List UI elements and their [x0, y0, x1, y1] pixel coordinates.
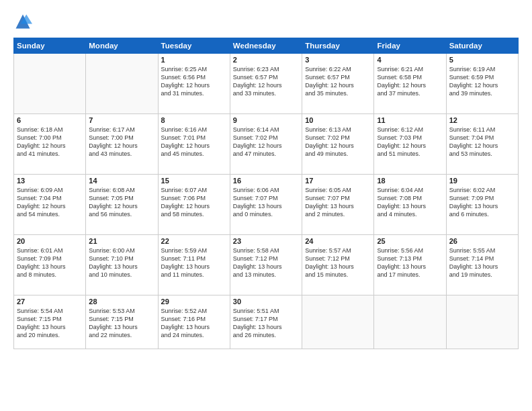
day-number: 4	[377, 56, 443, 64]
day-number: 17	[305, 177, 371, 185]
calendar-cell: 12Sunrise: 6:11 AM Sunset: 7:04 PM Dayli…	[446, 114, 518, 175]
day-number: 30	[233, 298, 299, 306]
calendar-cell	[14, 54, 86, 114]
day-number: 8	[161, 116, 227, 124]
day-number: 16	[233, 177, 299, 185]
day-number: 10	[305, 116, 371, 124]
calendar-cell	[86, 54, 158, 114]
calendar-cell: 22Sunrise: 5:59 AM Sunset: 7:11 PM Dayli…	[158, 235, 230, 295]
calendar-cell: 18Sunrise: 6:04 AM Sunset: 7:08 PM Dayli…	[374, 175, 446, 235]
calendar-cell: 23Sunrise: 5:58 AM Sunset: 7:12 PM Dayli…	[230, 235, 302, 295]
day-info: Sunrise: 6:17 AM Sunset: 7:00 PM Dayligh…	[89, 126, 154, 158]
day-info: Sunrise: 6:01 AM Sunset: 7:09 PM Dayligh…	[17, 246, 83, 279]
day-info: Sunrise: 6:19 AM Sunset: 6:59 PM Dayligh…	[449, 65, 515, 98]
day-info: Sunrise: 6:02 AM Sunset: 7:09 PM Dayligh…	[449, 186, 515, 219]
logo-icon	[13, 12, 32, 31]
calendar-cell: 28Sunrise: 5:53 AM Sunset: 7:15 PM Dayli…	[86, 295, 158, 349]
calendar-week-row: 13Sunrise: 6:09 AM Sunset: 7:04 PM Dayli…	[14, 175, 519, 235]
day-info: Sunrise: 6:08 AM Sunset: 7:05 PM Dayligh…	[89, 186, 154, 219]
day-info: Sunrise: 6:18 AM Sunset: 7:00 PM Dayligh…	[17, 126, 83, 158]
calendar-cell: 7Sunrise: 6:17 AM Sunset: 7:00 PM Daylig…	[86, 114, 158, 175]
day-info: Sunrise: 6:16 AM Sunset: 7:01 PM Dayligh…	[161, 126, 227, 158]
day-number: 9	[233, 116, 299, 124]
day-number: 19	[449, 177, 515, 185]
day-info: Sunrise: 5:57 AM Sunset: 7:12 PM Dayligh…	[305, 246, 371, 279]
calendar-cell: 13Sunrise: 6:09 AM Sunset: 7:04 PM Dayli…	[14, 175, 86, 235]
weekday-header-row: SundayMondayTuesdayWednesdayThursdayFrid…	[14, 38, 519, 54]
day-number: 22	[161, 237, 227, 245]
weekday-header: Wednesday	[230, 38, 302, 54]
weekday-header: Thursday	[302, 38, 374, 54]
day-number: 7	[89, 116, 154, 124]
day-number: 26	[449, 237, 515, 245]
day-number: 15	[161, 177, 227, 185]
day-number: 2	[233, 56, 299, 64]
weekday-header: Friday	[374, 38, 446, 54]
day-number: 14	[89, 177, 154, 185]
day-info: Sunrise: 6:06 AM Sunset: 7:07 PM Dayligh…	[233, 186, 299, 219]
day-number: 12	[449, 116, 515, 124]
day-info: Sunrise: 6:07 AM Sunset: 7:06 PM Dayligh…	[161, 186, 227, 219]
weekday-header: Saturday	[446, 38, 518, 54]
calendar-cell: 15Sunrise: 6:07 AM Sunset: 7:06 PM Dayli…	[158, 175, 230, 235]
day-info: Sunrise: 6:00 AM Sunset: 7:10 PM Dayligh…	[89, 246, 154, 279]
weekday-header: Tuesday	[158, 38, 230, 54]
calendar-cell: 20Sunrise: 6:01 AM Sunset: 7:09 PM Dayli…	[14, 235, 86, 295]
day-info: Sunrise: 5:51 AM Sunset: 7:17 PM Dayligh…	[233, 307, 299, 340]
calendar-cell: 10Sunrise: 6:13 AM Sunset: 7:02 PM Dayli…	[302, 114, 374, 175]
day-number: 11	[377, 116, 443, 124]
calendar-cell	[446, 295, 518, 349]
day-number: 27	[17, 298, 83, 306]
day-info: Sunrise: 5:58 AM Sunset: 7:12 PM Dayligh…	[233, 246, 299, 279]
day-number: 23	[233, 237, 299, 245]
day-number: 13	[17, 177, 83, 185]
calendar-cell: 29Sunrise: 5:52 AM Sunset: 7:16 PM Dayli…	[158, 295, 230, 349]
calendar-week-row: 6Sunrise: 6:18 AM Sunset: 7:00 PM Daylig…	[14, 114, 519, 175]
day-info: Sunrise: 6:04 AM Sunset: 7:08 PM Dayligh…	[377, 186, 443, 219]
day-number: 29	[161, 298, 227, 306]
calendar-cell: 2Sunrise: 6:23 AM Sunset: 6:57 PM Daylig…	[230, 54, 302, 114]
calendar-table: SundayMondayTuesdayWednesdayThursdayFrid…	[13, 38, 519, 349]
day-info: Sunrise: 5:55 AM Sunset: 7:14 PM Dayligh…	[449, 246, 515, 279]
day-number: 3	[305, 56, 371, 64]
calendar-cell: 11Sunrise: 6:12 AM Sunset: 7:03 PM Dayli…	[374, 114, 446, 175]
calendar-cell: 27Sunrise: 5:54 AM Sunset: 7:15 PM Dayli…	[14, 295, 86, 349]
day-info: Sunrise: 5:56 AM Sunset: 7:13 PM Dayligh…	[377, 246, 443, 279]
calendar-cell: 30Sunrise: 5:51 AM Sunset: 7:17 PM Dayli…	[230, 295, 302, 349]
calendar-cell: 4Sunrise: 6:21 AM Sunset: 6:58 PM Daylig…	[374, 54, 446, 114]
day-info: Sunrise: 5:54 AM Sunset: 7:15 PM Dayligh…	[17, 307, 83, 340]
page: SundayMondayTuesdayWednesdayThursdayFrid…	[0, 0, 532, 411]
day-info: Sunrise: 6:22 AM Sunset: 6:57 PM Dayligh…	[305, 65, 371, 98]
calendar-cell	[302, 295, 374, 349]
calendar-cell: 21Sunrise: 6:00 AM Sunset: 7:10 PM Dayli…	[86, 235, 158, 295]
day-info: Sunrise: 5:59 AM Sunset: 7:11 PM Dayligh…	[161, 246, 227, 279]
day-number: 6	[17, 116, 83, 124]
day-number: 25	[377, 237, 443, 245]
logo	[13, 12, 35, 31]
calendar-cell: 17Sunrise: 6:05 AM Sunset: 7:07 PM Dayli…	[302, 175, 374, 235]
day-info: Sunrise: 6:12 AM Sunset: 7:03 PM Dayligh…	[377, 126, 443, 158]
calendar-cell: 19Sunrise: 6:02 AM Sunset: 7:09 PM Dayli…	[446, 175, 518, 235]
calendar-week-row: 20Sunrise: 6:01 AM Sunset: 7:09 PM Dayli…	[14, 235, 519, 295]
day-info: Sunrise: 6:21 AM Sunset: 6:58 PM Dayligh…	[377, 65, 443, 98]
day-info: Sunrise: 6:05 AM Sunset: 7:07 PM Dayligh…	[305, 186, 371, 219]
day-number: 20	[17, 237, 83, 245]
day-info: Sunrise: 6:25 AM Sunset: 6:56 PM Dayligh…	[161, 65, 227, 98]
calendar-cell: 6Sunrise: 6:18 AM Sunset: 7:00 PM Daylig…	[14, 114, 86, 175]
calendar-cell: 14Sunrise: 6:08 AM Sunset: 7:05 PM Dayli…	[86, 175, 158, 235]
day-number: 21	[89, 237, 154, 245]
calendar-cell: 9Sunrise: 6:14 AM Sunset: 7:02 PM Daylig…	[230, 114, 302, 175]
header	[13, 12, 519, 31]
calendar-cell: 25Sunrise: 5:56 AM Sunset: 7:13 PM Dayli…	[374, 235, 446, 295]
day-info: Sunrise: 5:52 AM Sunset: 7:16 PM Dayligh…	[161, 307, 227, 340]
day-info: Sunrise: 5:53 AM Sunset: 7:15 PM Dayligh…	[89, 307, 154, 340]
calendar-cell: 24Sunrise: 5:57 AM Sunset: 7:12 PM Dayli…	[302, 235, 374, 295]
day-info: Sunrise: 6:13 AM Sunset: 7:02 PM Dayligh…	[305, 126, 371, 158]
weekday-header: Sunday	[14, 38, 86, 54]
day-info: Sunrise: 6:14 AM Sunset: 7:02 PM Dayligh…	[233, 126, 299, 158]
day-number: 28	[89, 298, 154, 306]
calendar-week-row: 1Sunrise: 6:25 AM Sunset: 6:56 PM Daylig…	[14, 54, 519, 114]
calendar-cell	[374, 295, 446, 349]
day-info: Sunrise: 6:09 AM Sunset: 7:04 PM Dayligh…	[17, 186, 83, 219]
calendar-cell: 3Sunrise: 6:22 AM Sunset: 6:57 PM Daylig…	[302, 54, 374, 114]
